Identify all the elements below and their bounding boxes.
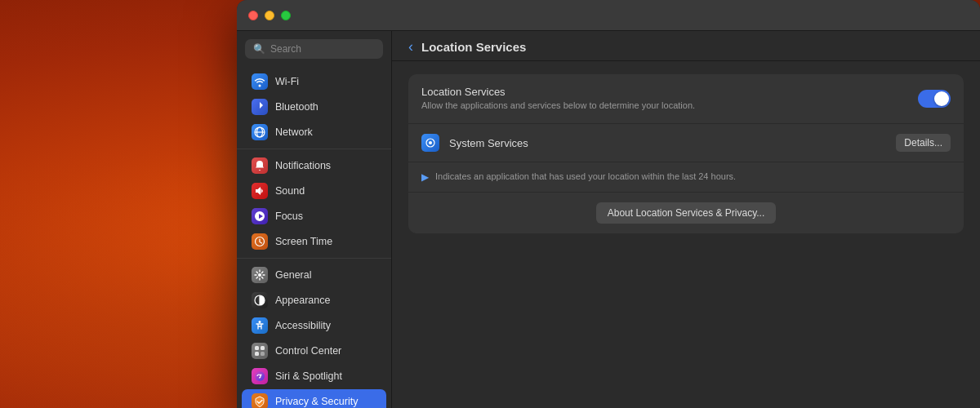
- sidebar-item-bluetooth[interactable]: Bluetooth: [242, 95, 386, 119]
- sidebar-item-siri[interactable]: Siri & Spotlight: [242, 364, 386, 388]
- toggle-knob: [934, 91, 949, 106]
- indicator-text: Indicates an application that has used y…: [435, 171, 736, 183]
- about-row: About Location Services & Privacy...: [408, 193, 964, 233]
- appearance-icon: [252, 292, 268, 308]
- sidebar-section-system: Notifications Sound: [237, 149, 391, 259]
- location-services-info: Location Services Allow the applications…: [421, 86, 918, 112]
- privacy-label: Privacy & Security: [275, 396, 358, 407]
- appearance-label: Appearance: [275, 295, 330, 306]
- back-button[interactable]: ‹: [408, 39, 413, 54]
- sidebar-section-network: Wi-Fi Bluetooth: [237, 65, 391, 149]
- location-services-title: Location Services: [421, 86, 918, 98]
- svg-rect-10: [261, 352, 265, 356]
- sound-label: Sound: [275, 185, 305, 197]
- location-services-subtitle: Allow the applications and services belo…: [421, 100, 918, 112]
- screentime-icon: [252, 233, 268, 250]
- sound-icon: [252, 183, 268, 199]
- siri-icon: [252, 368, 268, 384]
- search-bar: 🔍: [237, 31, 391, 65]
- bluetooth-icon: [252, 99, 268, 115]
- sidebar-item-network[interactable]: Network: [242, 120, 386, 144]
- svg-rect-8: [261, 346, 265, 350]
- search-input[interactable]: [270, 43, 375, 55]
- sidebar-item-notifications[interactable]: Notifications: [242, 153, 386, 178]
- privacy-icon: [252, 393, 268, 408]
- maximize-button[interactable]: [281, 11, 291, 20]
- title-bar: [237, 0, 980, 31]
- details-button[interactable]: Details...: [896, 134, 951, 152]
- svg-point-12: [261, 375, 262, 376]
- svg-point-6: [259, 321, 261, 323]
- location-services-toggle[interactable]: [918, 90, 951, 108]
- screentime-label: Screen Time: [275, 236, 332, 247]
- sidebar-item-screentime[interactable]: Screen Time: [242, 229, 386, 254]
- close-button[interactable]: [248, 11, 258, 20]
- accessibility-label: Accessibility: [275, 320, 331, 331]
- accessibility-icon: [252, 317, 268, 334]
- search-wrapper: 🔍: [245, 39, 383, 59]
- controlcenter-icon: [252, 343, 268, 359]
- sidebar-item-wifi[interactable]: Wi-Fi: [242, 69, 386, 94]
- general-label: General: [275, 269, 311, 281]
- svg-point-11: [255, 371, 265, 381]
- network-icon: [252, 124, 268, 140]
- sidebar-item-appearance[interactable]: Appearance: [242, 288, 386, 313]
- focus-icon: [252, 208, 268, 224]
- bluetooth-label: Bluetooth: [275, 101, 318, 113]
- sidebar-section-preferences: General Appearance: [237, 259, 391, 408]
- notifications-label: Notifications: [275, 160, 331, 171]
- svg-rect-7: [255, 346, 259, 350]
- wifi-icon: [252, 73, 268, 90]
- system-services-icon: [421, 134, 439, 152]
- controlcenter-label: Control Center: [275, 345, 341, 357]
- search-icon: 🔍: [253, 43, 265, 55]
- content-header: ‹ Location Services: [392, 31, 980, 61]
- wifi-label: Wi-Fi: [275, 76, 299, 87]
- about-location-button[interactable]: About Location Services & Privacy...: [596, 202, 777, 224]
- sidebar-item-accessibility[interactable]: Accessibility: [242, 313, 386, 338]
- sidebar-item-general[interactable]: General: [242, 263, 386, 287]
- sidebar: 🔍 Wi-Fi: [237, 31, 392, 408]
- sidebar-item-sound[interactable]: Sound: [242, 179, 386, 203]
- network-label: Network: [275, 126, 313, 138]
- minimize-button[interactable]: [265, 11, 274, 20]
- system-preferences-window: 🔍 Wi-Fi: [237, 0, 980, 408]
- location-services-card: Location Services Allow the applications…: [408, 74, 964, 233]
- indicator-row: ▶ Indicates an application that has used…: [408, 162, 964, 192]
- location-indicator-icon: ▶: [421, 171, 429, 183]
- system-services-row: System Services Details...: [408, 124, 964, 162]
- sidebar-item-focus[interactable]: Focus: [242, 204, 386, 228]
- svg-point-20: [429, 141, 432, 144]
- location-services-row: Location Services Allow the applications…: [408, 74, 964, 124]
- general-icon: [252, 267, 268, 283]
- siri-label: Siri & Spotlight: [275, 370, 342, 382]
- notifications-icon: [252, 157, 268, 174]
- svg-point-4: [258, 273, 261, 277]
- svg-rect-9: [255, 352, 259, 356]
- window-body: 🔍 Wi-Fi: [237, 31, 980, 408]
- focus-label: Focus: [275, 211, 303, 222]
- system-services-label: System Services: [449, 137, 886, 149]
- content-body: Location Services Allow the applications…: [392, 61, 980, 408]
- sidebar-item-controlcenter[interactable]: Control Center: [242, 339, 386, 363]
- content-area: ‹ Location Services Location Services Al…: [392, 31, 980, 408]
- traffic-lights: [248, 11, 291, 20]
- page-title: Location Services: [421, 40, 526, 54]
- sidebar-item-privacy[interactable]: Privacy & Security: [242, 389, 386, 408]
